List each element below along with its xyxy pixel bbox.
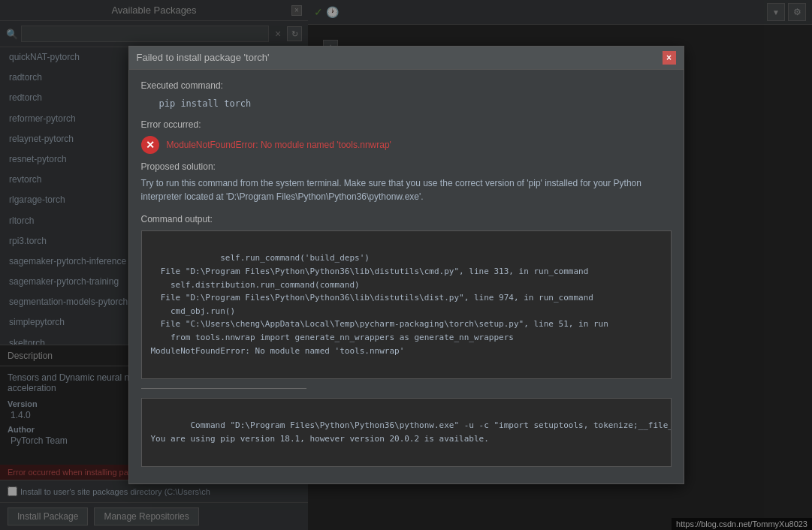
- modal-title: Failed to install package 'torch': [137, 52, 270, 63]
- executed-command-label: Executed command:: [141, 80, 672, 91]
- extra-output-text: Command "D:\Program Files\Python\Python3…: [151, 420, 672, 444]
- modal-body[interactable]: Executed command: pip install torch Erro…: [129, 70, 684, 483]
- executed-command-value: pip install torch: [141, 95, 672, 112]
- modal-overlay: Failed to install package 'torch' × Exec…: [0, 0, 812, 530]
- command-output-label: Command output:: [141, 214, 672, 224]
- error-occurred-label: Error occurred:: [141, 119, 672, 130]
- watermark-text: https://blog.csdn.net/TommyXu8023: [676, 519, 807, 528]
- error-modal: Failed to install package 'torch' × Exec…: [128, 46, 684, 484]
- command-output-block: self.run_command('build_deps') File "D:\…: [141, 230, 672, 379]
- proposed-solution-label: Proposed solution:: [141, 161, 672, 172]
- extra-output-block: Command "D:\Program Files\Python\Python3…: [141, 398, 672, 467]
- code-output-text: self.run_command('build_deps') File "D:\…: [151, 253, 608, 355]
- modal-title-bar: Failed to install package 'torch' ×: [129, 47, 684, 70]
- modal-close-button[interactable]: ×: [663, 51, 676, 65]
- proposed-solution-text: Try to run this command from the system …: [141, 176, 672, 203]
- separator: [141, 388, 306, 389]
- error-box: ✕ ModuleNotFoundError: No module named '…: [141, 136, 672, 154]
- error-message-text: ModuleNotFoundError: No module named 'to…: [167, 140, 391, 150]
- error-icon: ✕: [141, 136, 159, 154]
- watermark: https://blog.csdn.net/TommyXu8023: [672, 518, 812, 530]
